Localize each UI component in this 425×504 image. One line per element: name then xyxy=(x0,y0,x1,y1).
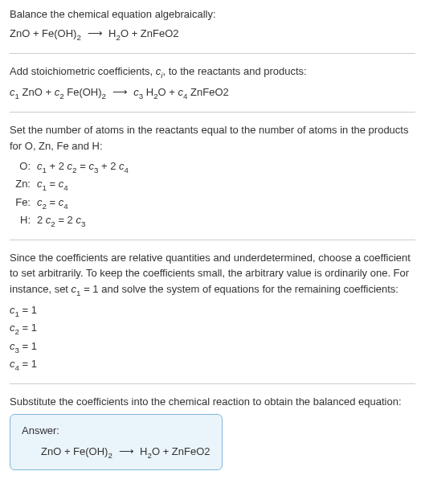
step2-section: Set the number of atoms in the reactants… xyxy=(10,122,415,230)
step1-section: Add stoichiometric coefficients, ci, to … xyxy=(10,64,415,102)
answer-box: Answer: ZnO + Fe(OH)2 ⟶ H2O + ZnFeO2 xyxy=(10,414,223,470)
balance-row: O: c1 + 2 c2 = c3 + 2 c4 xyxy=(13,158,415,176)
solution-item: c1 = 1 xyxy=(10,302,415,320)
balance-row: Zn: c1 = c4 xyxy=(13,176,415,194)
divider xyxy=(10,240,415,240)
atom-balance-table: O: c1 + 2 c2 = c3 + 2 c4 Zn: c1 = c4 Fe:… xyxy=(13,158,415,230)
step4-text: Substitute the coefficients into the che… xyxy=(10,394,415,410)
main-equation: ZnO + Fe(OH)2 ⟶ H2O + ZnFeO2 xyxy=(10,26,415,43)
balance-label: H: xyxy=(13,212,37,229)
balance-eq: 2 c2 = 2 c3 xyxy=(37,212,85,230)
answer-label: Answer: xyxy=(22,423,210,439)
step1-equation: c1 ZnO + c2 Fe(OH)2 ⟶ c3 H2O + c4 ZnFeO2 xyxy=(10,84,415,102)
balance-row: Fe: c2 = c4 xyxy=(13,195,415,212)
balance-label: O: xyxy=(13,158,37,175)
solution-list: c1 = 1 c2 = 1 c3 = 1 c4 = 1 xyxy=(10,302,415,374)
step2-text: Set the number of atoms in the reactants… xyxy=(10,122,415,154)
solution-item: c3 = 1 xyxy=(10,338,415,356)
step3-text: Since the coefficients are relative quan… xyxy=(10,250,415,299)
title-section: Balance the chemical equation algebraica… xyxy=(10,6,415,43)
solution-item: c4 = 1 xyxy=(10,356,415,374)
balance-eq: c1 = c4 xyxy=(37,176,68,194)
title-text: Balance the chemical equation algebraica… xyxy=(10,6,415,23)
balance-row: H: 2 c2 = 2 c3 xyxy=(13,212,415,230)
balance-label: Zn: xyxy=(13,176,37,193)
answer-equation: ZnO + Fe(OH)2 ⟶ H2O + ZnFeO2 xyxy=(22,444,210,461)
step3-section: Since the coefficients are relative quan… xyxy=(10,250,415,374)
balance-eq: c1 + 2 c2 = c3 + 2 c4 xyxy=(37,158,129,176)
step4-section: Substitute the coefficients into the che… xyxy=(10,394,415,470)
solution-item: c2 = 1 xyxy=(10,320,415,338)
balance-label: Fe: xyxy=(13,195,37,211)
balance-eq: c2 = c4 xyxy=(37,195,68,212)
divider xyxy=(10,112,415,113)
divider xyxy=(10,383,415,384)
step1-text: Add stoichiometric coefficients, ci, to … xyxy=(10,64,415,81)
divider xyxy=(10,53,415,54)
